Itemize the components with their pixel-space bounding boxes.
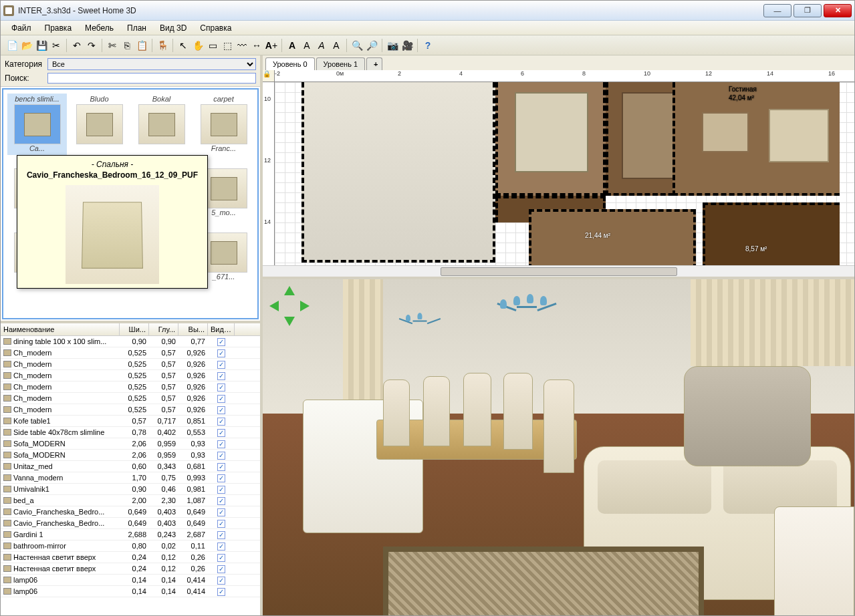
table-row[interactable]: Cavio_Francheska_Bedro...0,6490,4030,649… [1, 506, 260, 518]
catalog-item[interactable]: carpetFranc... [194, 94, 253, 155]
search-input[interactable] [47, 73, 256, 84]
visible-checkbox[interactable]: ✓ [217, 429, 225, 437]
table-row[interactable]: Umivalnik10,900,460,981✓ [1, 484, 260, 495]
catalog-item[interactable]: Bokal [132, 94, 191, 155]
col-name[interactable]: Наименование [1, 323, 120, 335]
catalog-item[interactable]: Bludo [70, 94, 129, 155]
copy-icon[interactable]: ⎘ [120, 38, 134, 53]
redo-icon[interactable]: ↷ [84, 38, 99, 53]
wall-icon[interactable]: ▭ [205, 38, 220, 53]
tab-level0[interactable]: Уровень 0 [265, 57, 315, 70]
catalog-pane[interactable]: bench slimli...Ca...BludoBokalcarpetFran… [2, 88, 259, 319]
nav-left-icon[interactable] [269, 301, 279, 311]
visible-checkbox[interactable]: ✓ [217, 338, 225, 346]
table-row[interactable]: Настенная светит вверх0,240,120,26✓ [1, 563, 260, 575]
tab-level1[interactable]: Уровень 1 [316, 57, 366, 70]
menu-file[interactable]: Файл [5, 21, 38, 35]
visible-checkbox[interactable]: ✓ [217, 486, 225, 494]
menu-furniture[interactable]: Мебель [78, 21, 120, 35]
table-row[interactable]: Cavio_Francheska_Bedro...0,6490,4030,649… [1, 518, 260, 529]
plan-canvas[interactable]: 14,87 м² Гостиная 42,04 м² [275, 82, 854, 265]
visible-checkbox[interactable]: ✓ [217, 577, 225, 585]
visible-checkbox[interactable]: ✓ [217, 452, 225, 460]
photo-icon[interactable]: 📷 [385, 38, 400, 53]
table-row[interactable]: lamp060,140,140,414✓ [1, 586, 260, 597]
table-row[interactable]: Ch_modern0,5250,570,926✓ [1, 370, 260, 381]
visible-checkbox[interactable]: ✓ [217, 418, 225, 426]
visible-checkbox[interactable]: ✓ [217, 372, 225, 380]
nav-up-icon[interactable] [284, 286, 295, 295]
cut-icon[interactable]: ✄ [105, 38, 120, 53]
text-bold-icon[interactable]: A [285, 38, 299, 53]
visible-checkbox[interactable]: ✓ [217, 395, 225, 403]
new-icon[interactable]: 📄 [5, 38, 19, 53]
visible-checkbox[interactable]: ✓ [217, 588, 225, 596]
visible-checkbox[interactable]: ✓ [217, 554, 225, 562]
visible-checkbox[interactable]: ✓ [217, 406, 225, 414]
text-smaller-icon[interactable]: A [299, 38, 314, 53]
table-row[interactable]: bathroom-mirror0,800,020,11✓ [1, 541, 260, 552]
visible-checkbox[interactable]: ✓ [217, 361, 225, 369]
table-row[interactable]: bed_a2,002,301,087✓ [1, 495, 260, 506]
table-row[interactable]: lamp060,140,140,414✓ [1, 575, 260, 586]
visible-checkbox[interactable]: ✓ [217, 531, 225, 539]
table-row[interactable]: Настенная светит вверх0,240,120,26✓ [1, 552, 260, 563]
nav-down-icon[interactable] [284, 317, 295, 326]
col-visible[interactable]: Види... [208, 323, 235, 335]
table-row[interactable]: Ch_modern0,5250,570,926✓ [1, 381, 260, 393]
visible-checkbox[interactable]: ✓ [217, 543, 225, 551]
visible-checkbox[interactable]: ✓ [217, 565, 225, 573]
open-icon[interactable]: 📂 [19, 38, 34, 53]
room-icon[interactable]: ⬚ [220, 38, 235, 53]
save-icon[interactable]: 💾 [34, 38, 49, 53]
maximize-button[interactable]: ❐ [793, 4, 822, 17]
text-icon[interactable]: A+ [264, 38, 279, 53]
table-row[interactable]: Kofe table10,570,7170,851✓ [1, 416, 260, 427]
catalog-item[interactable]: bench slimli...Ca... [7, 94, 67, 155]
video-icon[interactable]: 🎥 [400, 38, 414, 53]
menu-edit[interactable]: Правка [38, 21, 79, 35]
menu-plan[interactable]: План [120, 21, 153, 35]
table-row[interactable]: Unitaz_med0,600,3430,681✓ [1, 461, 260, 472]
undo-icon[interactable]: ↶ [70, 38, 84, 53]
visible-checkbox[interactable]: ✓ [217, 520, 225, 528]
help-icon[interactable]: ? [420, 38, 435, 53]
table-row[interactable]: Gardini 12,6880,2432,687✓ [1, 529, 260, 541]
menu-view3d[interactable]: Вид 3D [153, 21, 193, 35]
text-italic-icon[interactable]: A [314, 38, 329, 53]
category-select[interactable]: Все [47, 58, 256, 70]
visible-checkbox[interactable]: ✓ [217, 508, 225, 516]
table-row[interactable]: Vanna_modern1,700,750,993✓ [1, 472, 260, 484]
zoom-out-icon[interactable]: 🔎 [364, 38, 379, 53]
table-row[interactable]: Sofa_MODERN2,060,9590,93✓ [1, 450, 260, 461]
table-row[interactable]: Side table 40x78cm slimline0,780,4020,55… [1, 427, 260, 438]
view3d-pane[interactable] [263, 279, 854, 615]
visible-checkbox[interactable]: ✓ [217, 349, 225, 357]
visible-checkbox[interactable]: ✓ [217, 497, 225, 505]
tab-add[interactable]: + [366, 57, 382, 70]
table-row[interactable]: dining table 100 x 100 slim...0,900,900,… [1, 336, 260, 347]
table-row[interactable]: Ch_modern0,5250,570,926✓ [1, 347, 260, 359]
nav-right-icon[interactable] [300, 301, 310, 311]
prefs-icon[interactable]: ✂ [49, 38, 64, 53]
close-button[interactable]: ✕ [824, 4, 852, 17]
dimension-icon[interactable]: ↔ [249, 38, 264, 53]
add-furn-icon[interactable]: 🪑 [155, 38, 170, 53]
visible-checkbox[interactable]: ✓ [217, 474, 225, 482]
table-row[interactable]: Ch_modern0,5250,570,926✓ [1, 393, 260, 404]
paste-icon[interactable]: 📋 [134, 38, 149, 53]
visible-checkbox[interactable]: ✓ [217, 383, 225, 392]
col-depth[interactable]: Глу... [149, 323, 178, 335]
table-row[interactable]: Ch_modern0,5250,570,926✓ [1, 359, 260, 370]
select-icon[interactable]: ↖ [176, 38, 191, 53]
menu-help[interactable]: Справка [193, 21, 238, 35]
polyline-icon[interactable]: 〰 [235, 38, 249, 53]
visible-checkbox[interactable]: ✓ [217, 463, 225, 471]
zoom-in-icon[interactable]: 🔍 [350, 38, 364, 53]
minimize-button[interactable]: — [763, 4, 791, 17]
titlebar[interactable]: INTER_3.sh3d - Sweet Home 3D — ❐ ✕ [1, 1, 854, 21]
furniture-table[interactable]: Наименование Ши... Глу... Вы... Види... … [1, 321, 260, 615]
col-height[interactable]: Вы... [178, 323, 208, 335]
plan-scrollbar-h[interactable] [263, 265, 854, 277]
table-row[interactable]: Ch_modern0,5250,570,926✓ [1, 404, 260, 416]
